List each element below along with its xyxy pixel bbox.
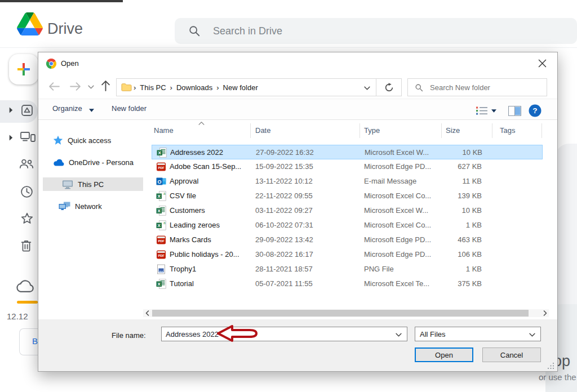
search-icon [188,25,201,37]
file-row[interactable]: PDFMarks Cards29-09-2022 13:42Microsoft … [152,233,543,247]
close-icon [538,59,547,68]
screen: Drive Search in Drive 12.12 B rop or use… [0,0,577,392]
my-drive-icon[interactable] [20,104,34,117]
breadcrumb-downloads[interactable]: Downloads [176,83,212,92]
sort-caret-icon [198,122,205,125]
up-button[interactable] [101,81,110,91]
this-pc-icon [62,180,73,189]
column-divider[interactable] [492,123,492,138]
tree-item-this-pc[interactable]: This PC [43,177,143,191]
trash-icon[interactable] [20,239,32,252]
file-row[interactable]: XTutorial05-07-2021 11:55Microsoft Excel… [152,277,543,291]
shared-with-me-icon[interactable] [19,158,34,169]
new-folder-button[interactable]: New folder [112,104,147,113]
column-divider[interactable] [441,123,442,138]
drive-logo-icon [17,12,43,35]
file-row[interactable]: XAddresses 202227-09-2022 16:32Microsoft… [152,145,543,159]
tree-item-network[interactable]: Network [43,199,143,213]
breadcrumb-new-folder[interactable]: New folder [223,83,258,92]
file-row[interactable]: Trophy128-11-2021 18:57PNG File1 KB [152,262,543,277]
file-name: Leading zeroes [170,221,253,229]
svg-text:X: X [158,208,161,213]
column-divider[interactable] [250,123,251,138]
svg-text:X: X [158,223,161,228]
tree-item-label: OneDrive - Persona [69,158,134,167]
file-row[interactable]: PDFPublic holidays - 20...30-08-2022 16:… [152,247,543,262]
scroll-right-button[interactable] [541,310,549,317]
file-size: 1 KB [439,265,482,273]
drive-search-input[interactable]: Search in Drive [175,18,577,44]
tree-item-onedrive-persona[interactable]: OneDrive - Persona [43,155,143,169]
file-size: 375 KB [439,279,482,288]
file-type-dropdown-icon[interactable] [529,333,535,337]
computers-icon[interactable] [20,131,35,143]
cancel-button[interactable]: Cancel [482,348,541,362]
svg-text:PDF: PDF [158,239,165,243]
help-icon[interactable]: ? [529,104,542,117]
column-divider[interactable] [359,123,360,138]
refresh-button[interactable] [376,78,402,96]
column-header-size[interactable]: Size [446,126,460,135]
organize-button[interactable]: Organize [52,104,82,113]
file-row[interactable]: OApproval13-11-2022 10:12E-mail Message1… [152,174,543,189]
drop-files-subtext: or use the [539,372,576,382]
svg-text:X: X [158,150,162,155]
close-button[interactable] [533,55,551,71]
resize-grip-icon[interactable] [547,362,554,369]
tree-item-quick-access[interactable]: Quick access [43,133,143,147]
file-size: 1 KB [439,221,482,229]
file-row[interactable]: aXLeading zeroes06-10-2022 07:31Microsof… [152,218,543,233]
file-size: 10 KB [439,206,482,215]
file-size: 463 KB [439,235,482,244]
drive-brand: Drive [47,20,83,38]
column-header-tags[interactable]: Tags [500,126,515,135]
back-button[interactable] [48,82,60,91]
file-name-input[interactable]: Addresses 2022 [161,327,407,341]
storage-cloud-icon[interactable] [16,279,35,293]
address-dropdown-icon[interactable] [364,86,370,90]
quick-access-icon [53,135,63,145]
file-date: 03-11-2022 09:27 [255,206,313,215]
forward-button[interactable] [69,82,81,91]
file-row[interactable]: PDFAdobe Scan 15-Sep...15-09-2022 15:35M… [152,159,543,174]
column-header-name[interactable]: Name [154,126,174,135]
file-type: Microsoft Excel Te... [364,279,437,288]
file-name: Trophy1 [170,265,253,273]
scrollbar-thumb[interactable] [152,310,529,317]
file-type: Microsoft Excel W... [364,206,437,215]
expand-caret-icon[interactable] [9,107,13,113]
file-name: Marks Cards [170,235,253,244]
starred-icon[interactable] [20,212,34,225]
expand-caret-icon[interactable] [9,135,13,141]
details-view-icon[interactable] [476,106,489,115]
recent-icon[interactable] [20,185,33,198]
file-row[interactable]: XCustomers03-11-2022 09:27Microsoft Exce… [152,203,543,218]
column-header-date[interactable]: Date [255,126,270,135]
svg-text:PDF: PDF [158,166,165,170]
dialog-search-input[interactable]: Search New folder [407,78,547,96]
scroll-left-button[interactable] [143,310,151,317]
history-chevron-icon[interactable] [88,85,94,89]
file-type-value: All Files [420,330,446,338]
breadcrumb-this-pc[interactable]: This PC [140,83,166,92]
horizontal-scrollbar[interactable] [143,309,549,317]
drive-new-button[interactable] [9,54,38,84]
address-bar[interactable]: › This PC › Downloads › New folder [116,78,376,96]
buy-storage-button[interactable]: B [19,328,38,355]
file-row[interactable]: aXCSV file22-11-2022 09:55Microsoft Exce… [152,189,543,203]
file-name-dropdown-icon[interactable] [396,333,402,337]
file-name: Approval [170,177,253,185]
search-icon [415,83,423,92]
open-button[interactable]: Open [415,348,473,362]
svg-text:a: a [163,221,166,225]
drop-illustration [555,144,577,324]
view-dropdown-caret-icon[interactable] [491,109,496,113]
column-header-type[interactable]: Type [364,126,380,135]
preview-pane-icon[interactable] [508,106,521,116]
file-date: 22-11-2022 09:55 [255,191,313,200]
file-type-select[interactable]: All Files [415,327,541,341]
buy-storage-label: B [32,336,38,346]
file-type: Microsoft Edge PD... [364,250,437,259]
file-name: Addresses 2022 [170,148,254,157]
column-divider[interactable] [542,123,542,138]
